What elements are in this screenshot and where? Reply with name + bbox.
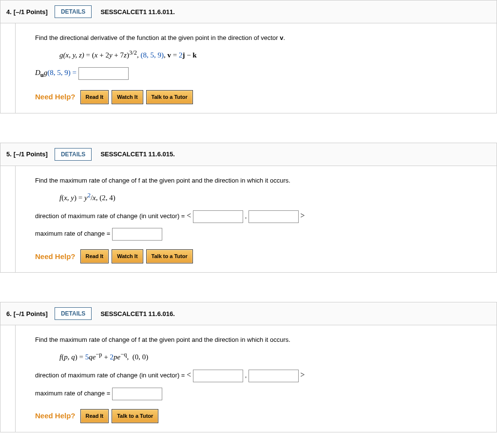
- close-bracket: >: [301, 371, 305, 379]
- answer-line: Dug(8, 5, 9) =: [35, 66, 486, 81]
- question-prompt: Find the maximum rate of change of f at …: [35, 175, 486, 187]
- details-button[interactable]: DETAILS: [55, 5, 92, 18]
- answer-input-q5-dir2[interactable]: [248, 210, 299, 223]
- question-code: SESSCALCET1 11.6.015.: [100, 150, 174, 158]
- question-body: Find the maximum rate of change of f at …: [15, 325, 497, 431]
- watch-it-button[interactable]: Watch It: [112, 90, 143, 104]
- direction-label: direction of maximum rate of change (in …: [35, 212, 185, 220]
- question-4: 4. [–/1 Points] DETAILS SESSCALCET1 11.6…: [0, 0, 497, 113]
- question-body: Find the maximum rate of change of f at …: [15, 166, 497, 272]
- question-code: SESSCALCET1 11.6.011.: [100, 8, 174, 16]
- label-u: u: [40, 72, 44, 78]
- formula: f(x, y) = y2/x, (2, 4): [59, 190, 486, 205]
- help-row: Need Help? Read It Watch It Talk to a Tu…: [35, 90, 486, 104]
- read-it-button[interactable]: Read It: [80, 90, 109, 104]
- read-it-button[interactable]: Read It: [80, 249, 109, 263]
- question-points: [–/1 Points]: [14, 150, 48, 158]
- comma: ,: [245, 372, 248, 379]
- answer-input-q6-dir2[interactable]: [248, 370, 299, 382]
- question-5: 5. [–/1 Points] DETAILS SESSCALCET1 11.6…: [0, 143, 497, 273]
- max-line: maximum rate of change =: [35, 388, 486, 400]
- question-code: SESSCALCET1 11.6.016.: [100, 310, 174, 317]
- question-points: [–/1 Points]: [14, 310, 48, 317]
- talk-tutor-button[interactable]: Talk to a Tutor: [112, 409, 158, 423]
- formula: f(p, q) = 5qe−p + 2pe−q, (0, 0): [59, 349, 486, 364]
- question-number: 6.: [6, 310, 12, 317]
- answer-input-q6-max[interactable]: [112, 388, 162, 400]
- details-button[interactable]: DETAILS: [55, 307, 92, 320]
- label-D: D: [35, 69, 40, 76]
- question-header: 6. [–/1 Points] DETAILS SESSCALCET1 11.6…: [0, 302, 497, 325]
- question-points: [–/1 Points]: [14, 8, 48, 16]
- details-button[interactable]: DETAILS: [55, 148, 92, 161]
- question-header: 5. [–/1 Points] DETAILS SESSCALCET1 11.6…: [0, 143, 497, 166]
- question-header: 4. [–/1 Points] DETAILS SESSCALCET1 11.6…: [0, 0, 497, 23]
- max-label: maximum rate of change =: [35, 390, 110, 397]
- talk-tutor-button[interactable]: Talk to a Tutor: [146, 249, 193, 263]
- close-bracket: >: [301, 211, 305, 220]
- watch-it-button[interactable]: Watch It: [112, 249, 143, 263]
- direction-line: direction of maximum rate of change (in …: [35, 208, 486, 223]
- talk-tutor-button[interactable]: Talk to a Tutor: [146, 90, 193, 104]
- need-help-label: Need Help?: [35, 250, 76, 264]
- formula: g(x, y, z) = (x + 2y + 7z)3/2, (8, 5, 9)…: [59, 47, 486, 62]
- max-line: maximum rate of change =: [35, 228, 486, 241]
- question-prompt: Find the directional derivative of the f…: [35, 32, 486, 44]
- label-point: (8, 5, 9) =: [47, 69, 76, 76]
- question-body: Find the directional derivative of the f…: [15, 23, 497, 113]
- question-prompt: Find the maximum rate of change of f at …: [35, 334, 486, 346]
- answer-input-q5-max[interactable]: [112, 228, 162, 241]
- question-number: 4.: [6, 8, 12, 16]
- need-help-label: Need Help?: [35, 409, 76, 423]
- vector-v: v: [280, 34, 283, 41]
- help-row: Need Help? Read It Talk to a Tutor: [35, 409, 486, 423]
- question-number: 5.: [6, 150, 12, 158]
- direction-label: direction of maximum rate of change (in …: [35, 372, 185, 379]
- help-row: Need Help? Read It Watch It Talk to a Tu…: [35, 249, 486, 263]
- open-bracket: <: [187, 371, 193, 379]
- max-label: maximum rate of change =: [35, 230, 110, 238]
- answer-input-q5-dir1[interactable]: [193, 210, 243, 223]
- need-help-label: Need Help?: [35, 90, 76, 104]
- comma: ,: [245, 212, 248, 220]
- direction-line: direction of maximum rate of change (in …: [35, 368, 486, 382]
- read-it-button[interactable]: Read It: [80, 409, 109, 423]
- answer-input-q4[interactable]: [78, 67, 129, 80]
- answer-input-q6-dir1[interactable]: [193, 370, 243, 382]
- answer-label: Dug(8, 5, 9) =: [35, 69, 78, 76]
- question-6: 6. [–/1 Points] DETAILS SESSCALCET1 11.6…: [0, 302, 497, 432]
- prompt-text: Find the directional derivative of the f…: [35, 34, 280, 41]
- open-bracket: <: [187, 211, 193, 220]
